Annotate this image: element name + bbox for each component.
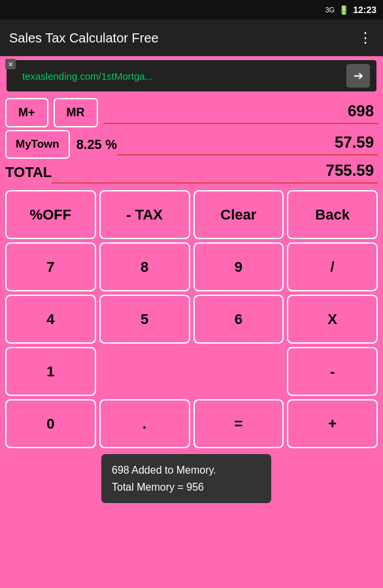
tax-row: MyTown 8.25 % 57.59 xyxy=(5,130,378,159)
subtract-button[interactable]: - xyxy=(287,347,378,396)
memory-value-display: 698 xyxy=(103,102,378,124)
digit-9-button[interactable]: 9 xyxy=(193,242,284,291)
total-label: TOTAL xyxy=(5,164,52,181)
ad-banner: ✕ texaslending.com/1stMortga... ➔ xyxy=(7,60,376,91)
memory-recall-button[interactable]: MR xyxy=(54,98,98,127)
digit-7-button[interactable]: 7 xyxy=(5,242,96,291)
signal-icon: 3G xyxy=(325,6,335,14)
tax-percent-label: 8.25 % xyxy=(76,137,117,152)
total-row: TOTAL 755.59 xyxy=(5,161,378,184)
ad-close-button[interactable]: ✕ xyxy=(5,59,16,69)
menu-button[interactable]: ⋮ xyxy=(358,29,374,46)
digit-5-button[interactable]: 5 xyxy=(99,295,190,344)
decimal-button[interactable]: . xyxy=(99,399,190,448)
digit-4-button[interactable]: 4 xyxy=(5,295,96,344)
ad-url-text: texaslending.com/1stMortga... xyxy=(22,71,340,82)
memory-plus-button[interactable]: M+ xyxy=(5,98,48,127)
tooltip-line1: 698 Added to Memory. xyxy=(112,462,261,479)
back-button[interactable]: Back xyxy=(287,190,378,239)
multiply-button[interactable]: X xyxy=(287,295,378,344)
digit-1-button[interactable]: 1 xyxy=(5,347,96,396)
add-button[interactable]: + xyxy=(287,399,378,448)
button-grid: %OFF - TAX Clear Back 7 8 9 / 4 5 6 X 1 … xyxy=(5,189,378,449)
tax-value-display: 57.59 xyxy=(117,133,378,155)
battery-icon: 🔋 xyxy=(339,5,349,15)
status-bar: 3G 🔋 12:23 xyxy=(0,0,383,20)
app-title: Sales Tax Calculator Free xyxy=(9,31,159,46)
digit-8-button[interactable]: 8 xyxy=(99,242,190,291)
ad-arrow-button[interactable]: ➔ xyxy=(346,64,370,88)
equals-button[interactable]: = xyxy=(193,399,284,448)
clock: 12:23 xyxy=(353,5,376,15)
clear-button[interactable]: Clear xyxy=(193,190,284,239)
memory-tooltip: 698 Added to Memory. Total Memory = 956 xyxy=(101,454,271,503)
top-bar: Sales Tax Calculator Free ⋮ xyxy=(0,20,383,56)
memory-row: M+ MR 698 xyxy=(5,98,378,127)
tooltip-line2: Total Memory = 956 xyxy=(112,479,261,496)
digit-6-button[interactable]: 6 xyxy=(193,295,284,344)
total-value-display: 755.59 xyxy=(52,161,378,184)
percent-off-button[interactable]: %OFF xyxy=(5,190,96,239)
mytown-button[interactable]: MyTown xyxy=(5,130,70,159)
minus-tax-button[interactable]: - TAX xyxy=(99,190,190,239)
digit-0-button[interactable]: 0 xyxy=(5,399,96,448)
calculator-area: M+ MR 698 MyTown 8.25 % 57.59 TOTAL 755.… xyxy=(0,95,383,452)
divide-button[interactable]: / xyxy=(287,242,378,291)
